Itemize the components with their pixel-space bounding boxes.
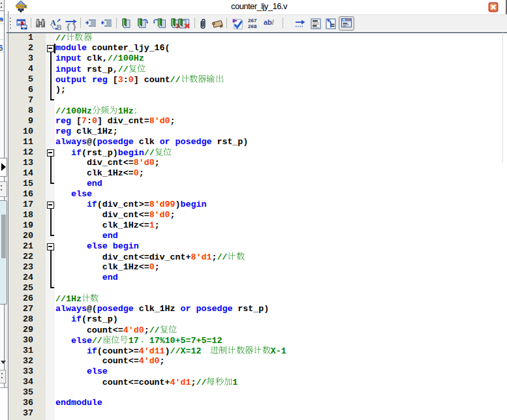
svg-text:A: A: [50, 18, 56, 27]
svg-text:{}: {}: [66, 22, 77, 31]
